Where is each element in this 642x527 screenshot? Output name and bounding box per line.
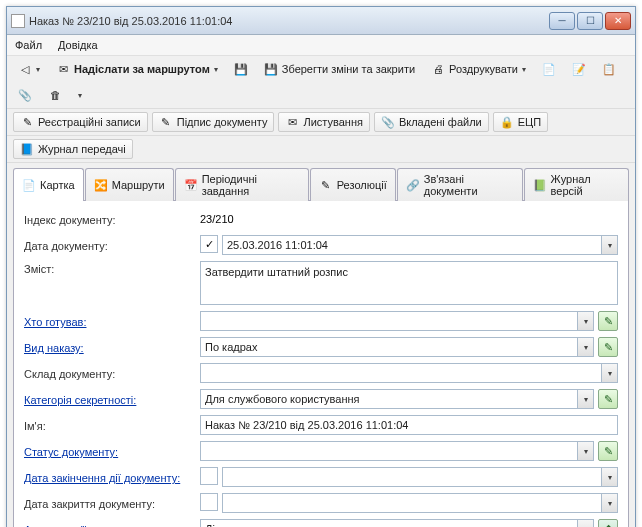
- composition-dropdown[interactable]: ▾: [602, 363, 618, 383]
- label-enddate[interactable]: Дата закінчення дії документу:: [24, 470, 200, 484]
- label-prepared[interactable]: Хто готував:: [24, 314, 200, 328]
- titlebar: Наказ № 23/210 від 25.03.2016 11:01:04 ─…: [7, 7, 635, 35]
- secrecy-input[interactable]: [200, 389, 578, 409]
- closedate-input[interactable]: [222, 493, 602, 513]
- history-icon: 📗: [533, 178, 547, 192]
- closedate-check[interactable]: [200, 493, 218, 511]
- window-icon: [11, 14, 25, 28]
- date-dropdown[interactable]: ▾: [602, 235, 618, 255]
- minimize-button[interactable]: ─: [549, 12, 575, 30]
- status-edit-btn[interactable]: ✎: [598, 441, 618, 461]
- date-check[interactable]: ✓: [200, 235, 218, 253]
- tool-icon-1[interactable]: 📄: [537, 59, 561, 79]
- author-dropdown[interactable]: ▾: [578, 519, 594, 527]
- pen-icon: ✎: [319, 178, 333, 192]
- status-dropdown[interactable]: ▾: [578, 441, 594, 461]
- tabstrip: 📄Картка 🔀Маршрути 📅Періодичні завдання ✎…: [7, 163, 635, 200]
- back-button[interactable]: ◁▾: [13, 59, 45, 79]
- tool-icon-2[interactable]: 📝: [567, 59, 591, 79]
- card-icon: 📄: [22, 178, 36, 192]
- floppy-close-icon: 💾: [264, 62, 278, 76]
- tool-icon-4[interactable]: 📎: [13, 85, 37, 105]
- status-input[interactable]: [200, 441, 578, 461]
- enddate-input[interactable]: [222, 467, 602, 487]
- label-closedate: Дата закриття документу:: [24, 496, 200, 510]
- window-title: Наказ № 23/210 від 25.03.2016 11:01:04: [29, 15, 549, 27]
- author-arrow-btn[interactable]: ⬆: [598, 519, 618, 527]
- tab-routes[interactable]: 🔀Маршрути: [85, 168, 174, 201]
- tool-icon-5[interactable]: 🗑: [43, 85, 67, 105]
- name-input[interactable]: [200, 415, 618, 435]
- prepared-edit-btn[interactable]: ✎: [598, 311, 618, 331]
- delete-icon: 🗑: [48, 88, 62, 102]
- send-route-label: Надіслати за маршрутом: [74, 63, 210, 75]
- label-name: Ім'я:: [24, 418, 200, 432]
- ordertype-edit-btn[interactable]: ✎: [598, 337, 618, 357]
- sign-icon: ✎: [159, 115, 173, 129]
- mail-icon: ✉: [285, 115, 299, 129]
- maximize-button[interactable]: ☐: [577, 12, 603, 30]
- card-panel: Індекс документу: 23/210 Дата документу:…: [13, 200, 629, 527]
- tab-resolutions[interactable]: ✎Резолюції: [310, 168, 396, 201]
- enddate-dropdown[interactable]: ▾: [602, 467, 618, 487]
- composition-input[interactable]: [200, 363, 602, 383]
- secrecy-edit-btn[interactable]: ✎: [598, 389, 618, 409]
- label-composition: Склад документу:: [24, 366, 200, 380]
- secrecy-dropdown[interactable]: ▾: [578, 389, 594, 409]
- link-icon: 🔗: [406, 178, 420, 192]
- label-ordertype[interactable]: Вид наказу:: [24, 340, 200, 354]
- tab-linked[interactable]: 🔗Зв'язані документи: [397, 168, 523, 201]
- label-secrecy[interactable]: Категорія секретності:: [24, 392, 200, 406]
- label-date: Дата документу:: [24, 238, 200, 252]
- attach-icon: 📎: [18, 88, 32, 102]
- printer-icon: 🖨: [431, 62, 445, 76]
- closedate-dropdown[interactable]: ▾: [602, 493, 618, 513]
- secondary-toolbar-row2: 📘Журнал передачі: [7, 136, 635, 163]
- tab-versions[interactable]: 📗Журнал версій: [524, 168, 629, 201]
- ecp-button[interactable]: 🔒ЕЦП: [493, 112, 548, 132]
- send-route-button[interactable]: ✉ Надіслати за маршрутом ▾: [51, 59, 223, 79]
- tool-icon-3[interactable]: 📋: [597, 59, 621, 79]
- label-author[interactable]: Автор версії:: [24, 522, 200, 527]
- ordertype-input[interactable]: [200, 337, 578, 357]
- value-index: 23/210: [200, 211, 234, 227]
- calendar-icon: 📅: [184, 178, 198, 192]
- label-status[interactable]: Статус документу:: [24, 444, 200, 458]
- content-textarea[interactable]: [200, 261, 618, 305]
- floppy-icon: 💾: [234, 62, 248, 76]
- clip-icon: 📎: [381, 115, 395, 129]
- save-close-button[interactable]: 💾 Зберегти зміни та закрити: [259, 59, 420, 79]
- prepared-dropdown[interactable]: ▾: [578, 311, 594, 331]
- ordertype-dropdown[interactable]: ▾: [578, 337, 594, 357]
- menu-file[interactable]: Файл: [15, 39, 42, 51]
- reg-entries-button[interactable]: ✎Реєстраційні записи: [13, 112, 148, 132]
- prepared-input[interactable]: [200, 311, 578, 331]
- transfer-log-button[interactable]: 📘Журнал передачі: [13, 139, 133, 159]
- edit-icon: 📝: [572, 62, 586, 76]
- save-close-label: Зберегти зміни та закрити: [282, 63, 415, 75]
- secondary-toolbar: ✎Реєстраційні записи ✎Підпис документу ✉…: [7, 109, 635, 136]
- tab-periodic[interactable]: 📅Періодичні завдання: [175, 168, 309, 201]
- doc-sign-button[interactable]: ✎Підпис документу: [152, 112, 275, 132]
- close-button[interactable]: ✕: [605, 12, 631, 30]
- save-button[interactable]: 💾: [229, 59, 253, 79]
- attachments-button[interactable]: 📎Вкладені файли: [374, 112, 489, 132]
- route-icon: 🔀: [94, 178, 108, 192]
- envelope-icon: ✉: [56, 62, 70, 76]
- tool-icon-6[interactable]: ▾: [73, 88, 87, 103]
- author-input[interactable]: [200, 519, 578, 527]
- main-toolbar: ◁▾ ✉ Надіслати за маршрутом ▾ 💾 💾 Зберег…: [7, 55, 635, 109]
- lock-icon: 🔒: [500, 115, 514, 129]
- pencil-icon: ✎: [20, 115, 34, 129]
- print-button[interactable]: 🖨 Роздрукувати ▾: [426, 59, 531, 79]
- date-input[interactable]: [222, 235, 602, 255]
- correspondence-button[interactable]: ✉Листування: [278, 112, 369, 132]
- tab-card[interactable]: 📄Картка: [13, 168, 84, 201]
- menu-help[interactable]: Довідка: [58, 39, 98, 51]
- book-icon: 📘: [20, 142, 34, 156]
- label-index: Індекс документу:: [24, 212, 200, 226]
- app-window: Наказ № 23/210 від 25.03.2016 11:01:04 ─…: [6, 6, 636, 527]
- enddate-check[interactable]: [200, 467, 218, 485]
- back-icon: ◁: [18, 62, 32, 76]
- label-content: Зміст:: [24, 261, 200, 275]
